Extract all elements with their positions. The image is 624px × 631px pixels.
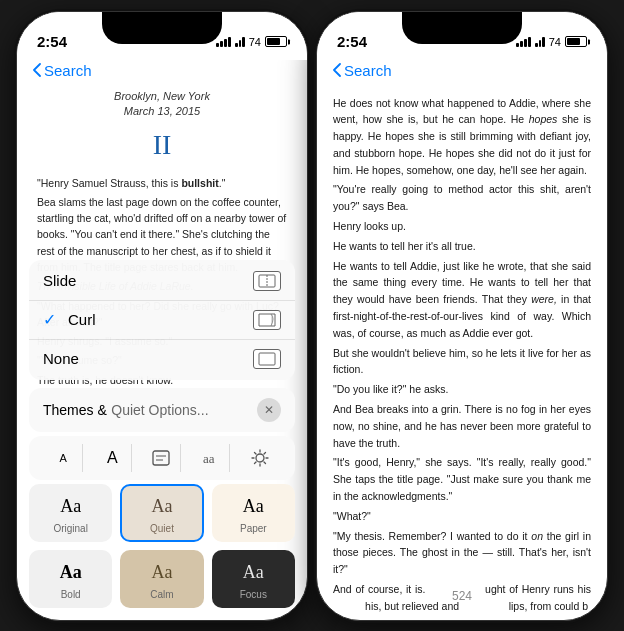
right-para-6: But she wouldn't believe him, so he lets… xyxy=(333,345,591,379)
theme-focus-preview: Aa xyxy=(243,562,264,583)
signal-bar-2 xyxy=(220,41,223,47)
themes-subtitle: Quiet Options... xyxy=(111,402,208,418)
right-book-content: He does not know what happened to Addie,… xyxy=(317,85,607,621)
book-location: Brooklyn, New YorkMarch 13, 2015 xyxy=(37,89,287,120)
signal-bar-3 xyxy=(224,39,227,47)
right-para-2: "You're really going to method actor thi… xyxy=(333,181,591,215)
right-wifi-icon xyxy=(535,37,545,47)
option-curl-label: Curl xyxy=(68,311,96,328)
right-signal-bars xyxy=(516,37,531,47)
left-phone: 2:54 74 xyxy=(16,11,308,621)
left-status-time: 2:54 xyxy=(37,33,67,50)
left-chevron-icon xyxy=(33,63,41,77)
svg-line-13 xyxy=(264,462,266,464)
theme-bold-preview: Aa xyxy=(60,562,82,583)
close-themes-button[interactable]: ✕ xyxy=(257,398,281,422)
font-toolbar: A A aa xyxy=(29,436,295,480)
left-top-nav: Search xyxy=(17,60,307,85)
right-para-9: "It's good, Henry," she says. "It's real… xyxy=(333,454,591,504)
theme-focus-name: Focus xyxy=(240,589,267,600)
svg-point-7 xyxy=(256,454,264,462)
right-para-10: "What?" xyxy=(333,508,591,525)
right-para-1: He does not know what happened to Addie,… xyxy=(333,95,591,179)
option-slide-label: Slide xyxy=(43,272,76,289)
small-a-icon: A xyxy=(59,452,66,464)
theme-calm[interactable]: Aa Calm xyxy=(120,550,203,608)
right-para-5: He wants to tell Addie, just like he wro… xyxy=(333,258,591,342)
right-para-3: Henry looks up. xyxy=(333,218,591,235)
right-para-7: "Do you like it?" he asks. xyxy=(333,381,591,398)
para-1: "Henry Samuel Strauss, this is bullshit.… xyxy=(37,175,287,191)
right-battery-icon xyxy=(565,36,587,47)
right-battery-level-text: 74 xyxy=(549,36,561,48)
notch-right xyxy=(402,12,522,44)
theme-original-preview: Aa xyxy=(60,496,81,517)
option-none-left: None xyxy=(43,350,79,367)
svg-line-12 xyxy=(255,452,257,454)
signal-bar-4 xyxy=(228,37,231,47)
font-family-icon: aa xyxy=(202,449,220,467)
theme-original-name: Original xyxy=(53,523,87,534)
option-curl-left: ✓ Curl xyxy=(43,310,96,329)
font-size-decrease[interactable]: A xyxy=(45,444,83,472)
left-back-button[interactable]: Search xyxy=(33,62,92,79)
option-none-icon xyxy=(253,349,281,369)
left-status-icons: 74 xyxy=(216,36,287,48)
right-para-4: He wants to tell her it's all true. xyxy=(333,238,591,255)
theme-calm-preview: Aa xyxy=(151,562,172,583)
format-icon xyxy=(151,449,171,467)
book-header: Brooklyn, New YorkMarch 13, 2015 II xyxy=(37,89,287,167)
font-family-button[interactable]: aa xyxy=(192,444,230,472)
themes-grid: Aa Original Aa Quiet Aa Paper Aa Bold Aa xyxy=(29,484,295,608)
option-slide-icon xyxy=(253,271,281,291)
notch-left xyxy=(102,12,222,44)
right-back-label: Search xyxy=(344,62,392,79)
page-turn-options: Slide ✓ Curl xyxy=(29,260,295,380)
signal-bar-1 xyxy=(216,43,219,47)
option-slide[interactable]: Slide xyxy=(29,262,295,301)
left-battery-icon xyxy=(265,36,287,47)
theme-bold[interactable]: Aa Bold xyxy=(29,550,112,608)
themes-title: Themes & xyxy=(43,402,107,418)
option-slide-left: Slide xyxy=(43,272,76,289)
right-para-11: "My thesis. Remember? I wanted to do it … xyxy=(333,528,591,578)
themes-title-area: Themes & Quiet Options... xyxy=(43,401,209,419)
option-curl[interactable]: ✓ Curl xyxy=(29,301,295,340)
theme-original[interactable]: Aa Original xyxy=(29,484,112,542)
slide-panel: Slide ✓ Curl xyxy=(17,260,307,620)
battery-level-text: 74 xyxy=(249,36,261,48)
brightness-button[interactable] xyxy=(241,444,279,472)
right-para-8: And Bea breaks into a grin. There is no … xyxy=(333,401,591,451)
theme-quiet-name: Quiet xyxy=(150,523,174,534)
page-number: 524 xyxy=(452,589,472,603)
theme-quiet[interactable]: Aa Quiet xyxy=(120,484,203,542)
svg-line-15 xyxy=(255,462,257,464)
font-size-increase[interactable]: A xyxy=(94,444,132,472)
left-back-label: Search xyxy=(44,62,92,79)
theme-quiet-preview: Aa xyxy=(151,496,172,517)
theme-bold-name: Bold xyxy=(61,589,81,600)
wifi-icon xyxy=(235,37,245,47)
option-none[interactable]: None xyxy=(29,340,295,378)
right-chevron-icon xyxy=(333,63,341,77)
svg-line-14 xyxy=(264,452,266,454)
right-back-button[interactable]: Search xyxy=(333,62,392,79)
chapter-number: II xyxy=(37,123,287,166)
large-a-icon: A xyxy=(107,449,118,467)
themes-bar: Themes & Quiet Options... ✕ xyxy=(29,388,295,432)
svg-rect-3 xyxy=(153,451,169,465)
page-number-area: 524 xyxy=(317,586,607,604)
theme-paper-name: Paper xyxy=(240,523,267,534)
theme-paper[interactable]: Aa Paper xyxy=(212,484,295,542)
theme-calm-name: Calm xyxy=(150,589,173,600)
right-status-time: 2:54 xyxy=(337,33,367,50)
option-curl-icon xyxy=(253,310,281,330)
theme-focus[interactable]: Aa Focus xyxy=(212,550,295,608)
left-signal-bars xyxy=(216,37,231,47)
right-top-nav: Search xyxy=(317,60,607,85)
right-phone: 2:54 74 xyxy=(316,11,608,621)
phones-container: 2:54 74 xyxy=(16,11,608,621)
option-curl-check: ✓ xyxy=(43,310,56,329)
option-none-label: None xyxy=(43,350,79,367)
font-format-button[interactable] xyxy=(143,444,181,472)
